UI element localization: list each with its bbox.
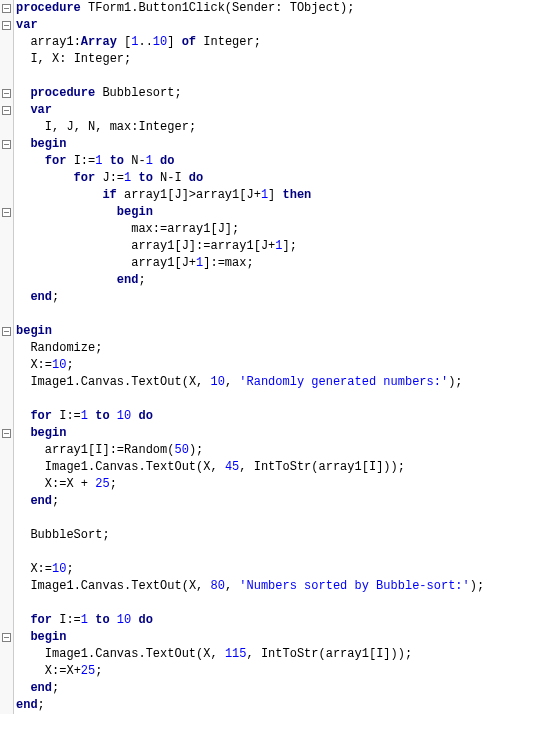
token-op: ]:=	[102, 443, 124, 457]
token-ident: X	[30, 562, 37, 576]
gutter-line	[0, 425, 13, 442]
code-line[interactable]: Image1.Canvas.TextOut(X, 115, IntToStr(a…	[16, 646, 484, 663]
token-op: :=	[110, 171, 124, 185]
code-line[interactable]: I, X: Integer;	[16, 51, 484, 68]
fold-icon[interactable]	[2, 89, 11, 98]
token-op: [	[362, 460, 369, 474]
token-kw: end	[30, 290, 52, 304]
code-line[interactable]: for I:=1 to 10 do	[16, 408, 484, 425]
token-kw: do	[138, 613, 152, 627]
code-line[interactable]: if array1[J]>array1[J+1] then	[16, 187, 484, 204]
token-num: 1	[146, 154, 153, 168]
token-ident: J	[66, 120, 73, 134]
fold-icon[interactable]	[2, 140, 11, 149]
token-op: [	[174, 239, 181, 253]
token-num: 25	[81, 664, 95, 678]
code-line[interactable]	[16, 306, 484, 323]
token-op: +	[189, 256, 196, 270]
code-line[interactable]: X:=X + 25;	[16, 476, 484, 493]
gutter-line	[0, 408, 13, 425]
code-line[interactable]: end;	[16, 289, 484, 306]
code-line[interactable]	[16, 595, 484, 612]
code-line[interactable]: var	[16, 102, 484, 119]
code-line[interactable]: Randomize;	[16, 340, 484, 357]
token-num: 10	[52, 358, 66, 372]
code-line[interactable]: end;	[16, 697, 484, 714]
code-line[interactable]: BubbleSort;	[16, 527, 484, 544]
code-line[interactable]: array1[J+1]:=max;	[16, 255, 484, 272]
gutter-line	[0, 697, 13, 714]
fold-icon[interactable]	[2, 4, 11, 13]
fold-icon[interactable]	[2, 208, 11, 217]
code-line[interactable]	[16, 68, 484, 85]
code-line[interactable]: max:=array1[J];	[16, 221, 484, 238]
token-ident: Random	[124, 443, 167, 457]
fold-icon[interactable]	[2, 633, 11, 642]
code-line[interactable]: X:=X+25;	[16, 663, 484, 680]
code-line[interactable]: I, J, N, max:Integer;	[16, 119, 484, 136]
token-op: ,	[210, 647, 224, 661]
token-ident: X	[66, 477, 73, 491]
token-kw: var	[16, 18, 38, 32]
token-op	[66, 154, 73, 168]
token-op: ,	[210, 460, 224, 474]
code-line[interactable]: begin	[16, 204, 484, 221]
token-op	[182, 171, 189, 185]
token-num: 10	[153, 35, 167, 49]
code-line[interactable]: begin	[16, 136, 484, 153]
token-op: [	[254, 239, 261, 253]
token-op	[81, 1, 88, 15]
code-line[interactable]: array1[I]:=Random(50);	[16, 442, 484, 459]
code-line[interactable]: Image1.Canvas.TextOut(X, 80, 'Numbers so…	[16, 578, 484, 595]
token-op: ;	[38, 698, 45, 712]
code-line[interactable]: array1:Array [1..10] of Integer;	[16, 34, 484, 51]
fold-icon[interactable]	[2, 429, 11, 438]
code-line[interactable]	[16, 391, 484, 408]
gutter-line	[0, 136, 13, 153]
token-ident: max	[225, 256, 247, 270]
gutter-line	[0, 323, 13, 340]
code-line[interactable]: begin	[16, 629, 484, 646]
gutter-line	[0, 170, 13, 187]
code-line[interactable]	[16, 510, 484, 527]
gutter-line	[0, 510, 13, 527]
token-str: 'Numbers sorted by Bubble-sort:'	[239, 579, 469, 593]
token-op: );	[470, 579, 484, 593]
token-op: :	[275, 1, 289, 15]
token-op: ;	[52, 681, 59, 695]
gutter-line	[0, 34, 13, 51]
code-line[interactable]: array1[J]:=array1[J+1];	[16, 238, 484, 255]
code-line[interactable]: var	[16, 17, 484, 34]
code-line[interactable]: Image1.Canvas.TextOut(X, 10, 'Randomly g…	[16, 374, 484, 391]
code-line[interactable]	[16, 544, 484, 561]
token-ident: array1	[30, 35, 73, 49]
token-num: 50	[174, 443, 188, 457]
code-line[interactable]: X:=10;	[16, 357, 484, 374]
token-ident: BubbleSort	[30, 528, 102, 542]
code-line[interactable]: procedure Bubblesort;	[16, 85, 484, 102]
gutter-line	[0, 17, 13, 34]
code-line[interactable]: Image1.Canvas.TextOut(X, 45, IntToStr(ar…	[16, 459, 484, 476]
token-kw: for	[74, 171, 96, 185]
code-line[interactable]: begin	[16, 323, 484, 340]
token-op	[153, 154, 160, 168]
fold-icon[interactable]	[2, 106, 11, 115]
token-op: ,	[196, 375, 210, 389]
code-line[interactable]: for I:=1 to N-1 do	[16, 153, 484, 170]
fold-icon[interactable]	[2, 327, 11, 336]
code-line[interactable]: for I:=1 to 10 do	[16, 612, 484, 629]
token-op: ,	[225, 375, 239, 389]
gutter-line	[0, 51, 13, 68]
token-ident: J	[182, 239, 189, 253]
code-line[interactable]: end;	[16, 493, 484, 510]
token-op: (	[225, 1, 232, 15]
code-line[interactable]: X:=10;	[16, 561, 484, 578]
fold-icon[interactable]	[2, 21, 11, 30]
code-line[interactable]: end;	[16, 680, 484, 697]
token-num: 45	[225, 460, 239, 474]
code-line[interactable]: for J:=1 to N-I do	[16, 170, 484, 187]
code-line[interactable]: begin	[16, 425, 484, 442]
code-line[interactable]: end;	[16, 272, 484, 289]
code-line[interactable]: procedure TForm1.Button1Click(Sender: TO…	[16, 0, 484, 17]
token-ident: TObject	[290, 1, 340, 15]
